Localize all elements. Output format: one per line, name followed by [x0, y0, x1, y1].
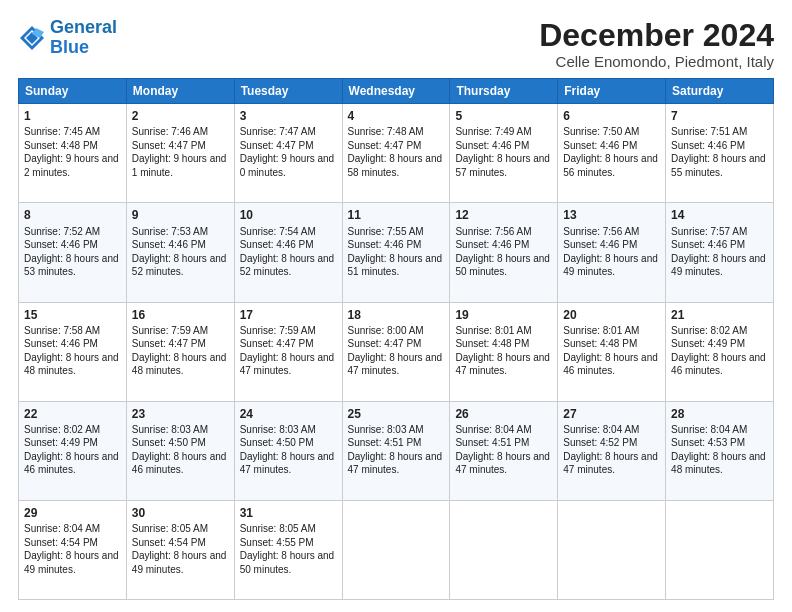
col-monday: Monday	[126, 79, 234, 104]
daylight-text: Daylight: 8 hours and 48 minutes.	[671, 451, 766, 476]
daylight-text: Daylight: 8 hours and 49 minutes.	[671, 253, 766, 278]
day-number: 31	[240, 505, 337, 521]
day-number: 28	[671, 406, 768, 422]
day-number: 17	[240, 307, 337, 323]
page-title: December 2024	[539, 18, 774, 53]
sunrise-text: Sunrise: 8:04 AM	[563, 424, 639, 435]
sunrise-text: Sunrise: 7:47 AM	[240, 126, 316, 137]
table-row: 19Sunrise: 8:01 AMSunset: 4:48 PMDayligh…	[450, 302, 558, 401]
sunrise-text: Sunrise: 8:05 AM	[132, 523, 208, 534]
header: General Blue December 2024 Celle Enomond…	[18, 18, 774, 70]
daylight-text: Daylight: 8 hours and 57 minutes.	[455, 153, 550, 178]
day-number: 16	[132, 307, 229, 323]
sunset-text: Sunset: 4:51 PM	[348, 437, 422, 448]
table-row: 4Sunrise: 7:48 AMSunset: 4:47 PMDaylight…	[342, 104, 450, 203]
daylight-text: Daylight: 9 hours and 1 minute.	[132, 153, 227, 178]
day-number: 20	[563, 307, 660, 323]
sunset-text: Sunset: 4:46 PM	[240, 239, 314, 250]
table-row: 6Sunrise: 7:50 AMSunset: 4:46 PMDaylight…	[558, 104, 666, 203]
sunrise-text: Sunrise: 8:01 AM	[563, 325, 639, 336]
sunrise-text: Sunrise: 7:54 AM	[240, 226, 316, 237]
table-row: 13Sunrise: 7:56 AMSunset: 4:46 PMDayligh…	[558, 203, 666, 302]
sunset-text: Sunset: 4:46 PM	[132, 239, 206, 250]
daylight-text: Daylight: 8 hours and 47 minutes.	[240, 352, 335, 377]
sunrise-text: Sunrise: 7:48 AM	[348, 126, 424, 137]
sunset-text: Sunset: 4:46 PM	[455, 140, 529, 151]
calendar-week-row: 1Sunrise: 7:45 AMSunset: 4:48 PMDaylight…	[19, 104, 774, 203]
daylight-text: Daylight: 8 hours and 46 minutes.	[24, 451, 119, 476]
day-number: 15	[24, 307, 121, 323]
logo-text: General Blue	[50, 18, 117, 58]
logo-line1: General	[50, 17, 117, 37]
sunrise-text: Sunrise: 8:04 AM	[24, 523, 100, 534]
table-row: 15Sunrise: 7:58 AMSunset: 4:46 PMDayligh…	[19, 302, 127, 401]
daylight-text: Daylight: 8 hours and 47 minutes.	[348, 451, 443, 476]
daylight-text: Daylight: 8 hours and 46 minutes.	[132, 451, 227, 476]
table-row: 30Sunrise: 8:05 AMSunset: 4:54 PMDayligh…	[126, 500, 234, 599]
daylight-text: Daylight: 8 hours and 49 minutes.	[563, 253, 658, 278]
day-number: 24	[240, 406, 337, 422]
table-row: 11Sunrise: 7:55 AMSunset: 4:46 PMDayligh…	[342, 203, 450, 302]
daylight-text: Daylight: 8 hours and 48 minutes.	[24, 352, 119, 377]
day-number: 5	[455, 108, 552, 124]
sunset-text: Sunset: 4:49 PM	[671, 338, 745, 349]
col-tuesday: Tuesday	[234, 79, 342, 104]
daylight-text: Daylight: 8 hours and 58 minutes.	[348, 153, 443, 178]
sunset-text: Sunset: 4:51 PM	[455, 437, 529, 448]
daylight-text: Daylight: 8 hours and 47 minutes.	[455, 352, 550, 377]
table-row: 24Sunrise: 8:03 AMSunset: 4:50 PMDayligh…	[234, 401, 342, 500]
day-number: 11	[348, 207, 445, 223]
sunset-text: Sunset: 4:47 PM	[132, 140, 206, 151]
day-number: 9	[132, 207, 229, 223]
table-row	[450, 500, 558, 599]
table-row	[666, 500, 774, 599]
day-number: 22	[24, 406, 121, 422]
sunrise-text: Sunrise: 7:50 AM	[563, 126, 639, 137]
day-number: 2	[132, 108, 229, 124]
daylight-text: Daylight: 8 hours and 46 minutes.	[563, 352, 658, 377]
sunrise-text: Sunrise: 7:55 AM	[348, 226, 424, 237]
day-number: 19	[455, 307, 552, 323]
table-row: 29Sunrise: 8:04 AMSunset: 4:54 PMDayligh…	[19, 500, 127, 599]
sunrise-text: Sunrise: 7:59 AM	[132, 325, 208, 336]
daylight-text: Daylight: 9 hours and 0 minutes.	[240, 153, 335, 178]
table-row: 28Sunrise: 8:04 AMSunset: 4:53 PMDayligh…	[666, 401, 774, 500]
day-number: 30	[132, 505, 229, 521]
daylight-text: Daylight: 8 hours and 52 minutes.	[240, 253, 335, 278]
sunset-text: Sunset: 4:46 PM	[563, 140, 637, 151]
sunrise-text: Sunrise: 7:56 AM	[455, 226, 531, 237]
sunrise-text: Sunrise: 8:00 AM	[348, 325, 424, 336]
sunset-text: Sunset: 4:55 PM	[240, 537, 314, 548]
sunrise-text: Sunrise: 7:51 AM	[671, 126, 747, 137]
sunset-text: Sunset: 4:46 PM	[24, 338, 98, 349]
sunset-text: Sunset: 4:48 PM	[455, 338, 529, 349]
sunrise-text: Sunrise: 8:04 AM	[671, 424, 747, 435]
table-row: 21Sunrise: 8:02 AMSunset: 4:49 PMDayligh…	[666, 302, 774, 401]
daylight-text: Daylight: 8 hours and 51 minutes.	[348, 253, 443, 278]
day-number: 4	[348, 108, 445, 124]
table-row: 17Sunrise: 7:59 AMSunset: 4:47 PMDayligh…	[234, 302, 342, 401]
day-number: 14	[671, 207, 768, 223]
sunset-text: Sunset: 4:47 PM	[132, 338, 206, 349]
calendar-header-row: Sunday Monday Tuesday Wednesday Thursday…	[19, 79, 774, 104]
daylight-text: Daylight: 8 hours and 49 minutes.	[132, 550, 227, 575]
sunset-text: Sunset: 4:50 PM	[132, 437, 206, 448]
table-row: 23Sunrise: 8:03 AMSunset: 4:50 PMDayligh…	[126, 401, 234, 500]
calendar-week-row: 15Sunrise: 7:58 AMSunset: 4:46 PMDayligh…	[19, 302, 774, 401]
logo: General Blue	[18, 18, 117, 58]
sunset-text: Sunset: 4:46 PM	[671, 140, 745, 151]
day-number: 7	[671, 108, 768, 124]
table-row: 12Sunrise: 7:56 AMSunset: 4:46 PMDayligh…	[450, 203, 558, 302]
day-number: 18	[348, 307, 445, 323]
day-number: 23	[132, 406, 229, 422]
table-row: 10Sunrise: 7:54 AMSunset: 4:46 PMDayligh…	[234, 203, 342, 302]
logo-icon	[18, 24, 46, 52]
sunrise-text: Sunrise: 8:03 AM	[132, 424, 208, 435]
daylight-text: Daylight: 8 hours and 48 minutes.	[132, 352, 227, 377]
sunset-text: Sunset: 4:46 PM	[671, 239, 745, 250]
table-row: 3Sunrise: 7:47 AMSunset: 4:47 PMDaylight…	[234, 104, 342, 203]
day-number: 12	[455, 207, 552, 223]
daylight-text: Daylight: 9 hours and 2 minutes.	[24, 153, 119, 178]
table-row: 22Sunrise: 8:02 AMSunset: 4:49 PMDayligh…	[19, 401, 127, 500]
day-number: 8	[24, 207, 121, 223]
